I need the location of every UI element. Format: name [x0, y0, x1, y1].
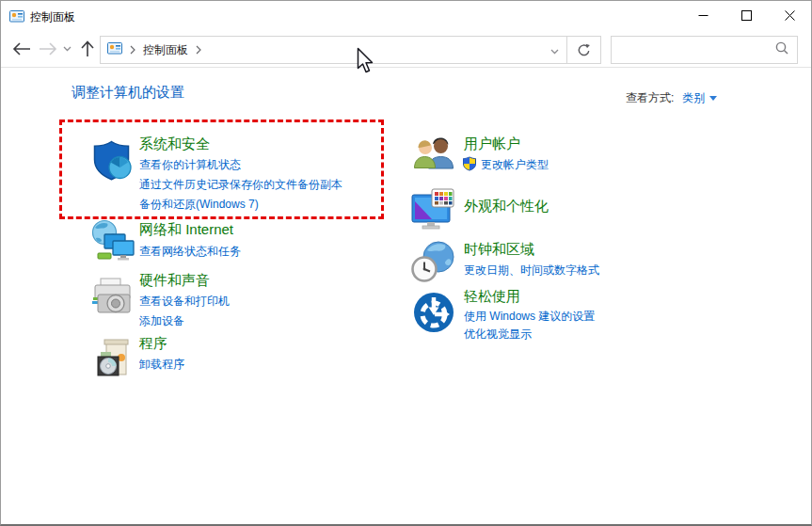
network-internet-links: 查看网络状态和任务 — [139, 242, 241, 262]
navigation-toolbar: 控制面板 — [1, 31, 811, 68]
page-title: 调整计算机的设置 — [72, 84, 184, 102]
link-uninstall-program[interactable]: 卸载程序 — [139, 355, 184, 375]
search-icon[interactable] — [775, 41, 788, 58]
link-view-devices-printers[interactable]: 查看设备和打印机 — [139, 292, 230, 311]
maximize-button[interactable] — [724, 1, 768, 30]
back-button[interactable] — [10, 31, 33, 67]
view-by-value[interactable]: 类别 — [682, 90, 705, 106]
link-view-network-status[interactable]: 查看网络状态和任务 — [139, 242, 241, 262]
programs-links: 卸载程序 — [139, 355, 184, 375]
hardware-sound-links: 查看设备和打印机 添加设备 — [139, 292, 230, 331]
network-globe-monitors-icon[interactable] — [90, 219, 135, 264]
view-by-control: 查看方式: 类别 — [626, 90, 717, 106]
breadcrumb-chevron-icon[interactable] — [196, 45, 201, 55]
security-shield-icon[interactable] — [90, 137, 135, 183]
two-users-icon[interactable] — [411, 135, 456, 181]
chevron-down-icon[interactable] — [59, 31, 74, 67]
ease-of-access-icon[interactable] — [411, 290, 456, 335]
category-network-internet[interactable]: 网络和 Internet — [139, 221, 233, 239]
window-title: 控制面板 — [30, 9, 75, 25]
control-panel-window: 控制面板 — [0, 0, 812, 526]
link-optimize-visual-display[interactable]: 优化视觉显示 — [464, 326, 595, 343]
titlebar[interactable]: 控制面板 — [1, 1, 811, 31]
category-ease-of-access[interactable]: 轻松使用 — [464, 288, 520, 306]
system-security-links: 查看你的计算机状态 通过文件历史记录保存你的文件备份副本 备份和还原(Windo… — [139, 155, 342, 215]
breadcrumb-control-panel[interactable]: 控制面板 — [143, 42, 188, 58]
control-panel-icon — [107, 40, 122, 59]
software-box-cd-icon[interactable] — [92, 336, 137, 381]
search-box[interactable] — [611, 36, 798, 64]
category-hardware-sound[interactable]: 硬件和声音 — [139, 272, 210, 290]
view-by-caret-icon[interactable] — [709, 96, 717, 101]
clock-region-links: 更改日期、时间或数字格式 — [464, 261, 599, 280]
control-panel-icon — [9, 8, 24, 27]
category-user-accounts[interactable]: 用户帐户 — [464, 135, 520, 153]
uac-shield-icon — [462, 156, 477, 174]
printer-sound-icon[interactable] — [90, 273, 135, 318]
link-add-device[interactable]: 添加设备 — [139, 311, 230, 331]
address-dropdown-chevron-icon[interactable] — [550, 41, 559, 58]
monitor-palette-icon[interactable] — [411, 186, 456, 231]
breadcrumb-chevron-icon[interactable] — [130, 45, 135, 55]
link-windows-suggest-settings[interactable]: 使用 Windows 建议的设置 — [464, 308, 595, 326]
category-system-security[interactable]: 系统和安全 — [139, 135, 210, 153]
user-accounts-link-row: 更改帐户类型 — [462, 156, 549, 174]
forward-button[interactable] — [37, 31, 59, 67]
globe-clock-icon[interactable] — [411, 239, 456, 284]
view-by-label: 查看方式: — [626, 90, 674, 106]
category-appearance-personalization[interactable]: 外观和个性化 — [464, 198, 549, 215]
link-file-history-backup[interactable]: 通过文件历史记录保存你的文件备份副本 — [139, 175, 342, 195]
category-clock-region[interactable]: 时钟和区域 — [464, 241, 534, 259]
link-change-date-time-formats[interactable]: 更改日期、时间或数字格式 — [464, 261, 599, 280]
ease-of-access-links: 使用 Windows 建议的设置 优化视觉显示 — [464, 308, 595, 343]
up-button[interactable] — [76, 31, 99, 67]
category-programs[interactable]: 程序 — [139, 335, 167, 353]
link-backup-restore-win7[interactable]: 备份和还原(Windows 7) — [139, 195, 342, 215]
refresh-button[interactable] — [566, 36, 601, 64]
close-button[interactable] — [768, 1, 811, 30]
address-bar[interactable]: 控制面板 — [100, 36, 567, 64]
link-change-account-type[interactable]: 更改帐户类型 — [481, 157, 549, 173]
search-input[interactable] — [620, 42, 775, 57]
link-check-computer-status[interactable]: 查看你的计算机状态 — [139, 155, 342, 175]
minimize-button[interactable] — [681, 1, 724, 30]
